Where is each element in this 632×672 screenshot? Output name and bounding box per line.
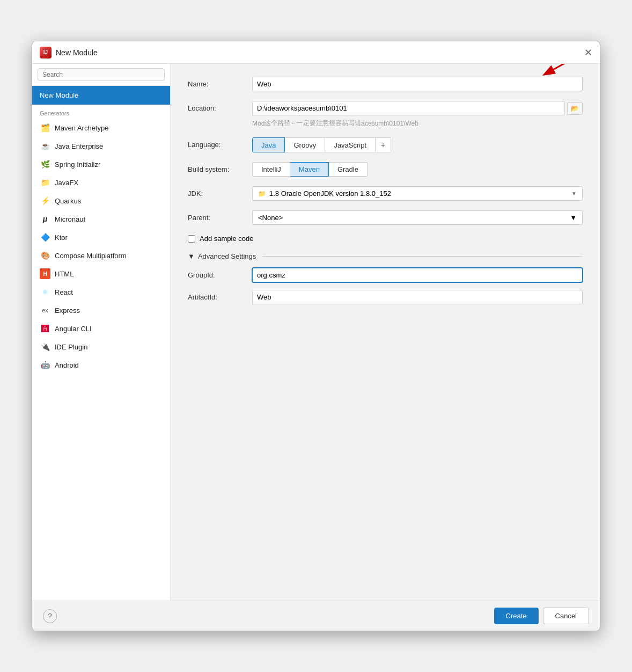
sidebar-item-javafx[interactable]: 📁 JavaFX (32, 173, 170, 192)
advanced-settings-label: Advanced Settings (198, 252, 256, 260)
java-enterprise-icon: ☕ (40, 141, 50, 151)
name-row: Name: (188, 77, 583, 91)
module-path-prefix: Mod (252, 120, 264, 127)
jdk-value: 1.8 Oracle OpenJDK version 1.8.0_152 (269, 189, 391, 198)
sidebar-item-html[interactable]: H HTML (32, 265, 170, 283)
sidebar-item-compose-multiplatform[interactable]: 🎨 Compose Multiplatform (32, 246, 170, 265)
sidebar-item-android[interactable]: 🤖 Android (32, 356, 170, 374)
build-toggle-group: IntelliJ Maven Gradle (252, 162, 583, 177)
advanced-divider (262, 256, 583, 257)
sidebar-item-maven-archetype[interactable]: 🗂️ Maven Archetype (32, 119, 170, 137)
compose-icon: 🎨 (40, 250, 50, 261)
dialog-footer: ? Create Cancel (32, 601, 600, 631)
sidebar-item-label: Android (55, 361, 79, 369)
sidebar-item-micronaut[interactable]: μ Micronaut (32, 210, 170, 228)
quarkus-icon: ⚡ (40, 195, 50, 206)
sidebar-item-express[interactable]: ex Express (32, 301, 170, 319)
language-row: Language: Java Groovy JavaScript + (188, 137, 583, 152)
build-system-label: Build system: (188, 162, 252, 173)
parent-value: <None> (258, 214, 283, 222)
jdk-label: JDK: (188, 186, 252, 198)
language-field: Java Groovy JavaScript + (252, 137, 583, 152)
jdk-chevron-icon: ▼ (571, 191, 577, 196)
sidebar-item-label: Spring Initializr (55, 160, 100, 169)
sidebar-item-label: HTML (55, 270, 74, 278)
sidebar-item-label: JavaFX (55, 179, 78, 187)
browse-button[interactable]: 📂 (567, 102, 583, 115)
sidebar-item-label: Compose Multiplatform (55, 252, 127, 260)
ktor-icon: 🔷 (40, 232, 50, 243)
search-input[interactable] (38, 68, 165, 81)
maven-icon: 🗂️ (40, 122, 50, 133)
groupid-label: GroupId: (188, 268, 252, 279)
jdk-selector[interactable]: 📁 1.8 Oracle OpenJDK version 1.8.0_152 ▼ (252, 186, 583, 201)
sidebar-item-java-enterprise[interactable]: ☕ Java Enterprise (32, 137, 170, 155)
title-bar: IJ New Module ✕ (32, 41, 600, 64)
sidebar-item-label: Quarkus (55, 197, 81, 205)
location-label: Location: (188, 101, 252, 112)
build-system-field: IntelliJ Maven Gradle (252, 162, 583, 177)
language-add-btn[interactable]: + (376, 137, 391, 152)
sidebar-item-ktor[interactable]: 🔷 Ktor (32, 228, 170, 246)
close-button[interactable]: ✕ (584, 48, 592, 57)
react-icon: ⚛ (40, 287, 50, 297)
artifactid-input[interactable] (252, 290, 583, 304)
sidebar-item-ide-plugin[interactable]: 🔌 IDE Plugin (32, 338, 170, 356)
app-icon: IJ (40, 47, 52, 59)
parent-chevron-icon: ▼ (570, 214, 577, 222)
javafx-icon: 📁 (40, 177, 50, 188)
sidebar-item-label: React (55, 288, 73, 296)
location-input[interactable] (252, 101, 565, 115)
sample-code-checkbox[interactable] (188, 235, 195, 243)
sidebar-item-quarkus[interactable]: ⚡ Quarkus (32, 192, 170, 210)
parent-selector[interactable]: <None> ▼ (252, 210, 583, 225)
language-groovy-btn[interactable]: Groovy (285, 137, 325, 152)
angular-icon: 🅰 (40, 323, 50, 334)
sidebar-item-label: Express (55, 306, 80, 315)
sidebar-item-label: IDE Plugin (55, 343, 87, 351)
language-java-btn[interactable]: Java (252, 137, 285, 152)
jdk-row: JDK: 📁 1.8 Oracle OpenJDK version 1.8.0_… (188, 186, 583, 201)
sidebar-item-angular-cli[interactable]: 🅰 Angular CLI (32, 319, 170, 338)
svg-line-1 (545, 64, 599, 74)
jdk-field: 📁 1.8 Oracle OpenJDK version 1.8.0_152 ▼ (252, 186, 583, 201)
sidebar-item-label: Micronaut (55, 215, 85, 223)
advanced-settings-header[interactable]: ▼ Advanced Settings (188, 252, 583, 260)
artifactid-row: ArtifactId: (188, 290, 583, 304)
sidebar-item-label: Angular CLI (55, 325, 92, 333)
groupid-row: GroupId: (188, 268, 583, 282)
help-icon: ? (48, 612, 52, 620)
sidebar-item-react[interactable]: ⚛ React (32, 283, 170, 301)
help-button[interactable]: ? (43, 609, 57, 623)
sidebar-selected-item[interactable]: New Module (32, 86, 170, 105)
folder-icon: 📂 (571, 105, 579, 112)
main-content: Name: Location: (171, 64, 600, 601)
html-icon: H (40, 268, 50, 279)
language-javascript-btn[interactable]: JavaScript (325, 137, 376, 152)
parent-label: Parent: (188, 210, 252, 222)
groupid-input[interactable] (252, 268, 583, 282)
sample-code-row: Add sample code (188, 235, 583, 243)
sidebar: New Module Generators 🗂️ Maven Archetype… (32, 64, 171, 601)
build-maven-btn[interactable]: Maven (290, 162, 329, 177)
name-input[interactable] (252, 77, 583, 91)
sample-code-label[interactable]: Add sample code (200, 235, 253, 243)
build-intellij-btn[interactable]: IntelliJ (252, 162, 290, 177)
advanced-fields: GroupId: ArtifactId: (188, 268, 583, 304)
language-toggle-group: Java Groovy JavaScript + (252, 137, 583, 152)
module-path-suffix: acesumb\0101\Web (361, 120, 418, 127)
location-field: 📂 Mod 这个路径←一定要注意很容易写错 acesumb\0101\Web (252, 101, 583, 128)
generators-label: Generators (32, 105, 170, 119)
parent-row: Parent: <None> ▼ (188, 210, 583, 225)
dialog-title: New Module (56, 48, 584, 57)
jdk-folder-icon: 📁 (258, 190, 266, 198)
sidebar-item-spring-initializr[interactable]: 🌿 Spring Initializr (32, 155, 170, 173)
cancel-button[interactable]: Cancel (543, 608, 589, 624)
groupid-field (252, 268, 583, 282)
artifactid-label: ArtifactId: (188, 290, 252, 301)
express-icon: ex (40, 305, 50, 316)
name-label: Name: (188, 77, 252, 88)
create-button[interactable]: Create (494, 608, 539, 624)
sidebar-item-label: Java Enterprise (55, 142, 103, 150)
build-gradle-btn[interactable]: Gradle (329, 162, 368, 177)
